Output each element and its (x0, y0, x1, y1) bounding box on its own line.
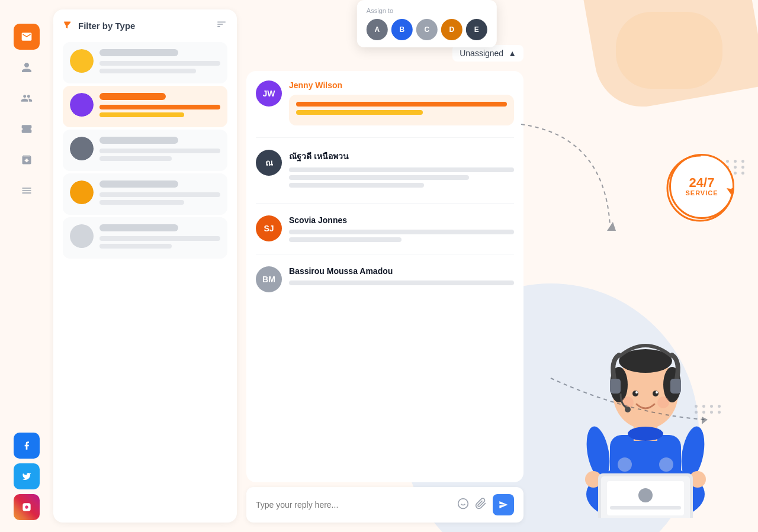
sidebar-icon-people[interactable] (14, 85, 40, 111)
msg-name-1: Jenny Wilson (289, 80, 514, 90)
message-item-2: ณ ณัฐวดี เหนือพวน (256, 150, 514, 191)
right-section: 24/7 SERVICE (533, 0, 758, 532)
msg-avatar-2: ณ (256, 150, 282, 176)
attachment-button[interactable] (475, 498, 487, 512)
svg-marker-5 (607, 222, 616, 231)
conv-line-1b (99, 69, 196, 73)
arrow-decoration-2 (539, 366, 717, 437)
svg-marker-6 (702, 417, 708, 424)
msg-lines-3 (289, 230, 514, 242)
msg-avatar-3: SJ (256, 215, 282, 241)
messages-area: JW Jenny Wilson ณ ณัฐวดี เหนือพวน (246, 71, 523, 482)
middle-panel: Assign to A B C D E Unassigned ▲ JW Jenn… (237, 0, 533, 532)
svg-point-38 (659, 457, 673, 472)
msg-lines-2 (289, 167, 514, 188)
assign-avatar-1[interactable]: A (367, 19, 388, 40)
archive-icon (21, 154, 33, 166)
conv-line-4b (99, 200, 184, 205)
conv-item-2[interactable] (63, 86, 227, 127)
conv-content-4 (99, 180, 220, 208)
msg-content-3: Scovia Jonnes (289, 215, 514, 242)
sidebar-icon-ticket[interactable] (14, 116, 40, 142)
sidebar-icon-archive[interactable] (14, 147, 40, 173)
assign-avatars: A B C D E (367, 19, 487, 40)
panel-title: Filter by Type (63, 20, 135, 32)
conv-item-1[interactable] (63, 42, 227, 83)
instagram-button[interactable] (14, 494, 40, 520)
sidebar-icon-person[interactable] (14, 54, 40, 80)
twitter-button[interactable] (14, 463, 40, 489)
msg-lines-4 (289, 280, 514, 285)
panel-header: Filter by Type (63, 19, 227, 33)
sidebar-icon-menu[interactable] (14, 178, 40, 204)
svg-point-7 (667, 156, 733, 221)
msg-line-1b (296, 110, 423, 115)
people-icon (21, 92, 33, 104)
msg-content-2: ณัฐวดี เหนือพวน (289, 150, 514, 191)
conv-name-5 (99, 224, 178, 231)
msg-content-1: Jenny Wilson (289, 80, 514, 125)
facebook-button[interactable] (14, 433, 40, 459)
clock-arc-icon (664, 153, 735, 224)
conv-line-3b (99, 156, 172, 161)
conv-name-2 (99, 93, 166, 100)
conv-avatar-4 (70, 180, 94, 204)
main-container: Filter by Type (0, 0, 758, 532)
conv-item-4[interactable] (63, 173, 227, 215)
inbox-icon (21, 31, 33, 43)
unassigned-label: Unassigned (460, 49, 503, 58)
assign-avatar-3[interactable]: C (416, 19, 438, 40)
conv-line-2a (99, 105, 220, 109)
left-panel: Filter by Type (53, 9, 237, 523)
svg-point-33 (638, 488, 653, 502)
reply-icons (457, 494, 514, 515)
conversation-list (63, 42, 227, 259)
msg-bubble-1 (289, 95, 514, 125)
conv-name-4 (99, 180, 178, 188)
sort-icon[interactable] (216, 19, 227, 33)
msg-content-4: Bassirou Moussa Amadou (289, 266, 514, 288)
ticket-icon (21, 123, 33, 135)
unassigned-badge[interactable]: Unassigned ▲ (452, 45, 523, 62)
assign-dropdown: Assign to A B C D E (357, 0, 497, 47)
conv-line-2b (99, 112, 184, 117)
divider-1 (256, 137, 514, 138)
reply-input[interactable] (256, 500, 452, 510)
msg-avatar-4: BM (256, 266, 282, 292)
conv-item-5[interactable] (63, 217, 227, 259)
svg-point-37 (618, 457, 632, 472)
svg-point-2 (458, 498, 468, 508)
emoji-button[interactable] (457, 498, 469, 512)
assign-avatar-2[interactable]: B (391, 19, 413, 40)
reply-area (246, 487, 523, 523)
conv-avatar-5 (70, 224, 94, 248)
divider-2 (256, 203, 514, 204)
social-buttons (14, 433, 40, 520)
assign-avatar-4[interactable]: D (441, 19, 462, 40)
menu-icon (21, 185, 33, 196)
conv-item-3[interactable] (63, 130, 227, 171)
message-item-3: SJ Scovia Jonnes (256, 215, 514, 242)
conv-avatar-1 (70, 49, 94, 73)
conv-content-3 (99, 137, 220, 164)
filter-title: Filter by Type (78, 21, 135, 31)
send-button[interactable] (493, 494, 514, 515)
divider-3 (256, 254, 514, 254)
conv-avatar-2 (70, 93, 94, 117)
conv-name-3 (99, 137, 178, 144)
service-badge: 24/7 SERVICE (669, 154, 734, 219)
sidebar-icon-inbox[interactable] (14, 24, 40, 50)
assign-avatar-5[interactable]: E (466, 19, 487, 40)
chevron-up-icon: ▲ (508, 49, 516, 58)
conv-name-1 (99, 49, 178, 56)
conv-line-1a (99, 61, 220, 66)
svg-rect-34 (610, 506, 681, 510)
person-icon (21, 62, 33, 73)
conv-avatar-3 (70, 137, 94, 160)
conv-line-5b (99, 244, 172, 249)
arrow-decoration (486, 107, 634, 254)
msg-name-3: Scovia Jonnes (289, 215, 514, 225)
conv-content-1 (99, 49, 220, 76)
conv-line-4a (99, 192, 220, 197)
assign-label: Assign to (367, 7, 487, 14)
